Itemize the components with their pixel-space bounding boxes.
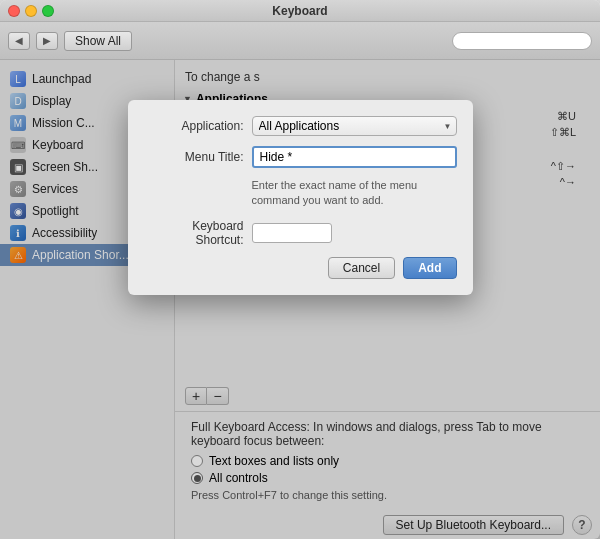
traffic-lights [8,5,54,17]
forward-button[interactable]: ▶ [36,32,58,50]
modal-menutitle-row: Menu Title: [144,146,457,168]
show-all-button[interactable]: Show All [64,31,132,51]
modal-hint: Enter the exact name of the menu command… [252,178,457,209]
modal-overlay: Application: All Applications ▼ Menu Tit… [0,60,600,539]
keyboard-window: Keyboard ◀ ▶ Show All 🔍 L Launchpad D Di… [0,0,600,539]
minimize-button[interactable] [25,5,37,17]
cancel-button[interactable]: Cancel [328,257,395,279]
modal-application-row: Application: All Applications ▼ [144,116,457,136]
add-shortcut-modal: Application: All Applications ▼ Menu Tit… [128,100,473,295]
search-input[interactable] [452,32,592,50]
toolbar: ◀ ▶ Show All 🔍 [0,22,600,60]
application-select[interactable]: All Applications [252,116,457,136]
modal-shortcut-row: Keyboard Shortcut: [144,219,457,247]
search-container: 🔍 [452,32,592,50]
shortcut-input[interactable] [252,223,332,243]
window-title: Keyboard [272,4,327,18]
main-content: L Launchpad D Display M Mission C... ⌨ K… [0,60,600,539]
application-label: Application: [144,119,244,133]
modal-buttons: Cancel Add [144,257,457,279]
back-button[interactable]: ◀ [8,32,30,50]
titlebar: Keyboard [0,0,600,22]
menu-title-label: Menu Title: [144,150,244,164]
maximize-button[interactable] [42,5,54,17]
close-button[interactable] [8,5,20,17]
application-select-wrapper: All Applications ▼ [252,116,457,136]
menu-title-input[interactable] [252,146,457,168]
add-button[interactable]: Add [403,257,456,279]
shortcut-label: Keyboard Shortcut: [144,219,244,247]
